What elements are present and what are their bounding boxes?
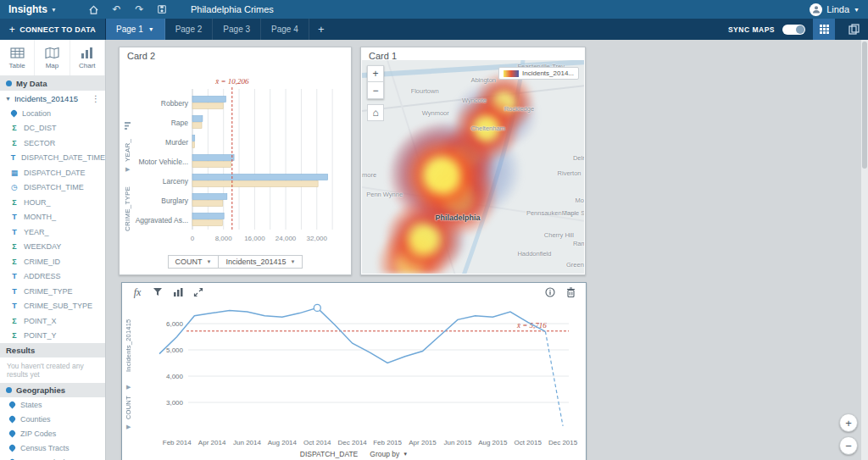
page-tab-3[interactable]: Page 3 [213,19,261,40]
field-item-hour_[interactable]: ΣHOUR_ [0,195,105,210]
bar-subgroup-axis-label[interactable]: YEAR_ [124,135,131,165]
sync-maps-toggle[interactable] [782,25,805,35]
field-item-crime_type[interactable]: TCRIME_TYPE [0,284,105,299]
chart-type-icon[interactable] [170,285,186,300]
map-place-label: Ramb... [573,240,584,247]
dataset-dropdown[interactable]: Incidents_201415 ▼ [219,255,303,269]
x-tick-label: Aug 2015 [478,439,508,446]
field-item-crime_id[interactable]: ΣCRIME_ID [0,254,105,269]
save-icon[interactable] [151,0,174,19]
page-tab-label: Page 2 [175,25,203,34]
x-tick-label: 16,000 [244,235,265,242]
x-tick-label: 24,000 [275,235,297,242]
map-card-button[interactable]: Map [35,40,70,75]
line-series-projected [545,331,563,426]
vertical-scrollbar[interactable] [861,40,868,460]
bar-y-axis-label[interactable]: CRIME_TYPE [124,175,131,242]
canvas-zoom-in-button[interactable]: + [839,413,858,432]
geography-item-counties[interactable]: Counties [0,412,105,426]
bar-2015 [192,123,202,129]
fx-button[interactable]: fx [129,285,146,300]
map-place-label: Riverton [558,169,581,177]
chart-card-button[interactable]: Chart [70,40,105,75]
brand-label: Insights [8,3,47,15]
collapse-arrow-icon[interactable]: ▶ [126,424,131,430]
map-place-label: Maple Shade [562,209,584,217]
scrollbar-thumb[interactable] [862,42,867,169]
geography-item-census-tracts[interactable]: Census Tracts [0,441,105,455]
page-options-button[interactable] [843,19,865,40]
results-section-header[interactable]: Results [0,343,105,357]
field-item-point_y[interactable]: ΣPOINT_Y [0,329,105,344]
statistic-dropdown[interactable]: COUNT ▼ [168,255,220,269]
dataset-row[interactable]: ▼ Incidents_201415 ⋮ [0,91,105,106]
card-bar-chart[interactable]: Card 2 YEAR_ ▶ CRIME_TYPE 08,00016,00024… [119,47,352,275]
field-item-dispatch_date_time[interactable]: TDISPATCH_DATE_TIME [0,151,105,166]
map-legend[interactable]: Incidents_2014... [498,67,579,80]
undo-icon[interactable]: ↶ [105,0,128,19]
field-item-dispatch_time[interactable]: ◷DISPATCH_TIME [0,180,105,196]
canvas-zoom-out-button[interactable]: − [839,436,858,455]
map-view[interactable]: Feasterville-Trev...AbingtonFlourtownWyn… [362,60,584,274]
chevron-down-icon[interactable]: ▼ [148,26,154,32]
grid-layout-button[interactable] [813,19,835,40]
delete-icon[interactable] [562,285,579,300]
field-item-crime_sub_type[interactable]: TCRIME_SUB_TYPE [0,299,105,314]
map-home-button[interactable]: ⌂ [367,104,384,121]
sort-icon[interactable] [124,119,133,134]
field-item-address[interactable]: TADDRESS [0,269,105,285]
field-item-weekday[interactable]: ΣWEEKDAY [0,240,105,255]
card-title: Card 2 [127,51,155,61]
field-item-year_[interactable]: TYEAR_ [0,224,105,240]
geographies-section-header[interactable]: Geographies [0,383,105,397]
line-dataset-axis-label[interactable]: Incidents_201415 [125,308,132,383]
field-item-point_x[interactable]: ΣPOINT_X [0,313,105,329]
page-tab-2[interactable]: Page 2 [165,19,214,40]
redo-icon[interactable]: ↷ [128,0,151,19]
chevron-down-icon: ▼ [854,7,860,13]
number-field-icon: Σ [10,198,19,207]
home-icon[interactable] [82,0,105,19]
page-tab-4[interactable]: Page 4 [261,19,309,40]
field-name: HOUR_ [24,198,51,207]
field-name: Location [22,109,51,118]
connect-to-data-button[interactable]: + CONNECT TO DATA [0,19,106,40]
tabbar-right-tools: SYNC MAPS [728,19,868,40]
filter-icon[interactable] [149,285,166,300]
table-card-button[interactable]: Table [0,40,35,75]
geographies-label: Geographies [16,385,65,395]
category-label: Motor Vehicle... [138,158,188,166]
map-place-label: Greentree [566,261,584,269]
field-item-month_[interactable]: TMONTH_ [0,210,105,225]
field-item-dc_dist[interactable]: ΣDC_DIST [0,121,105,136]
info-icon[interactable] [542,285,559,300]
collapse-arrow-icon[interactable]: ▶ [125,166,130,173]
field-item-sector[interactable]: ΣSECTOR [0,136,105,151]
card-map[interactable]: Card 1 Feasterville-Trev...AbingtonFlour… [360,47,586,275]
geography-item-census-block-groups[interactable]: Census Block Groups [0,455,105,460]
group-by-dropdown[interactable]: Group by ▼ [370,450,408,458]
collapse-arrow-icon[interactable]: ▶ [126,384,131,391]
kebab-menu-icon[interactable]: ⋮ [92,94,100,103]
map-zoom-in-button[interactable]: + [367,65,384,82]
insights-menu[interactable]: Insights ▼ [0,3,64,15]
field-item-location[interactable]: Location [0,106,105,121]
time-field-icon: ◷ [10,183,19,191]
user-menu[interactable]: Linda ▼ [810,3,868,16]
field-item-dispatch_date[interactable]: ▦DISPATCH_DATE [0,165,105,180]
y-tick-label: 5,000 [166,346,184,354]
card-line-chart[interactable]: fx Incidents_201415 ▶ [121,282,587,460]
field-name: DISPATCH_DATE_TIME [21,153,105,162]
geography-item-zip-codes[interactable]: ZIP Codes [0,426,105,441]
line-y-axis-label[interactable]: COUNT [125,392,132,423]
expand-icon[interactable] [190,285,207,300]
category-label: Robbery [161,99,189,108]
geography-item-states[interactable]: States [0,397,105,412]
page-tab-1[interactable]: Page 1▼ [106,19,165,40]
chevron-down-icon: ▼ [207,259,212,264]
x-tick-label: Feb 2015 [373,439,402,446]
map-zoom-out-button[interactable]: − [367,82,384,99]
map-place-label: Cherry Hill [544,231,574,239]
add-page-button[interactable]: + [309,19,333,40]
my-data-section-header[interactable]: My Data [0,76,105,91]
